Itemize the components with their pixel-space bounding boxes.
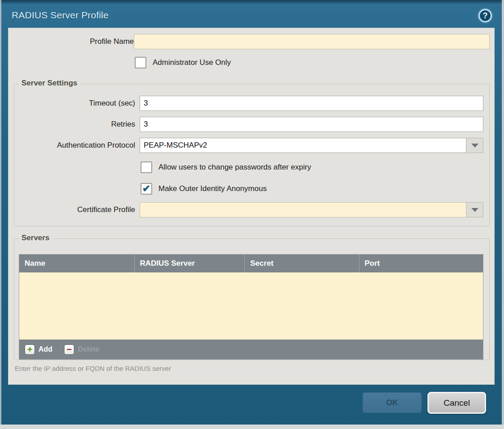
radius-server-profile-dialog: RADIUS Server Profile ? Profile Name Adm… [0, 0, 504, 429]
certificate-profile-select[interactable] [140, 202, 483, 217]
retries-label: Retries [14, 117, 135, 132]
minus-icon: − [64, 344, 74, 355]
column-header-port[interactable]: Port [359, 255, 483, 272]
admin-use-only-checkbox[interactable] [135, 57, 146, 68]
servers-group: Servers Name RADIUS Server Secret Port +… [14, 238, 490, 360]
chevron-down-icon [471, 208, 478, 212]
auth-protocol-select[interactable] [140, 138, 483, 153]
admin-use-only-row: Administrator Use Only [135, 57, 231, 68]
screen-edge-right [502, 0, 504, 425]
screen-edge-bottom [0, 425, 504, 429]
dialog-titlebar: RADIUS Server Profile ? [1, 4, 502, 28]
dialog-title: RADIUS Server Profile [12, 10, 109, 21]
delete-button-label: Delete [78, 345, 99, 353]
chevron-down-icon [471, 144, 478, 148]
plus-icon: + [25, 344, 35, 355]
profile-name-input[interactable] [134, 34, 490, 49]
auth-protocol-label: Authentication Protocol [14, 138, 135, 153]
radius-server-hint-text: Enter the IP address or FQDN of the RADI… [15, 365, 171, 372]
certificate-profile-value[interactable] [140, 202, 466, 217]
servers-table: Name RADIUS Server Secret Port + Add [19, 254, 483, 360]
auth-protocol-value[interactable] [140, 138, 466, 153]
ok-button[interactable]: OK [363, 392, 422, 413]
servers-table-header: Name RADIUS Server Secret Port [19, 255, 483, 272]
certificate-profile-label: Certificate Profile [14, 202, 135, 217]
outer-identity-anonymous-checkbox[interactable]: ✔ [141, 183, 152, 195]
timeout-label: Timeout (sec) [14, 96, 135, 111]
add-button-label: Add [38, 345, 52, 353]
add-server-button[interactable]: + Add [25, 344, 52, 355]
server-settings-legend: Server Settings [19, 79, 80, 88]
column-header-secret[interactable]: Secret [244, 255, 359, 272]
admin-use-only-label: Administrator Use Only [153, 58, 231, 67]
outer-identity-anonymous-label: Make Outer Identity Anonymous [158, 184, 267, 193]
server-settings-group: Server Settings Timeout (sec) Retries Au… [14, 84, 490, 226]
auth-protocol-dropdown-button[interactable] [466, 138, 483, 153]
screen-edge-left [0, 0, 1, 425]
certificate-profile-dropdown-button[interactable] [466, 202, 483, 217]
timeout-input[interactable] [140, 96, 483, 111]
checkmark-icon: ✔ [142, 184, 150, 194]
servers-table-body-empty[interactable] [19, 272, 483, 340]
outer-identity-anonymous-row: ✔ Make Outer Identity Anonymous [141, 183, 267, 195]
help-icon[interactable]: ? [478, 9, 492, 22]
help-glyph: ? [483, 11, 488, 21]
retries-input[interactable] [140, 117, 483, 132]
servers-table-toolbar: + Add − Delete [19, 340, 483, 359]
allow-password-change-row: Allow users to change passwords after ex… [141, 161, 311, 173]
profile-name-label: Profile Name [13, 34, 134, 49]
allow-password-change-label: Allow users to change passwords after ex… [158, 163, 311, 172]
column-header-name[interactable]: Name [19, 255, 134, 272]
allow-password-change-checkbox[interactable] [141, 161, 152, 173]
delete-server-button[interactable]: − Delete [64, 344, 99, 355]
dialog-body-panel: Profile Name Administrator Use Only Serv… [8, 28, 495, 385]
servers-legend: Servers [19, 234, 52, 242]
cancel-button[interactable]: Cancel [427, 392, 486, 414]
column-header-radius-server[interactable]: RADIUS Server [134, 255, 245, 272]
